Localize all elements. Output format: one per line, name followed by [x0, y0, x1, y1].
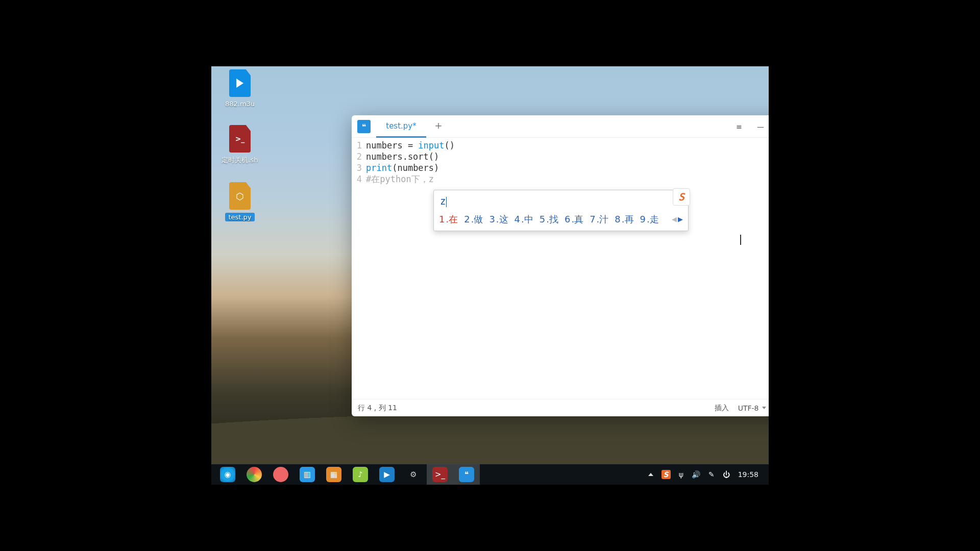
- ime-pagination: ◀ ▶: [672, 215, 683, 223]
- new-tab-button[interactable]: ＋: [426, 115, 451, 137]
- taskbar-files[interactable]: ▥: [294, 464, 321, 485]
- taskbar-terminal[interactable]: >_: [427, 464, 453, 485]
- code-editor[interactable]: 1 2 3 4 numbers = input() numbers.sort()…: [352, 138, 769, 399]
- ime-candidate[interactable]: 2.做: [464, 213, 483, 226]
- app-icon: ❝: [352, 115, 376, 137]
- ime-prev-icon: ◀: [672, 215, 677, 223]
- tab-label: test.py*: [386, 121, 416, 131]
- status-insert-mode[interactable]: 插入: [715, 404, 729, 413]
- desktop-icon-label: 定时关机.sh: [222, 156, 258, 165]
- desktop-icon-py[interactable]: test.py: [219, 182, 260, 221]
- ime-candidate[interactable]: 4.中: [514, 213, 533, 226]
- editor-window: ❝ test.py* ＋ ≡ — ▢ ✕ 1 2 3 4 numbers = i…: [352, 115, 769, 416]
- line-number: 2: [352, 151, 362, 162]
- line-number: 1: [352, 140, 362, 151]
- desktop-icon-sh[interactable]: 定时关机.sh: [219, 125, 260, 165]
- ime-candidate[interactable]: 6.真: [565, 213, 583, 226]
- shell-file-icon: [229, 125, 251, 153]
- ime-composition: z S: [434, 190, 688, 210]
- status-encoding[interactable]: UTF-8: [738, 404, 767, 412]
- system-tray: S ψ 🔊 ✎ ⏻ 19:58: [648, 470, 766, 479]
- menu-button[interactable]: ≡: [728, 115, 750, 137]
- code-content: numbers = input() numbers.sort() print(n…: [366, 140, 769, 399]
- desktop-icons: 882.m3u 定时关机.sh test.py: [219, 69, 268, 239]
- tray-clock[interactable]: 19:58: [738, 470, 758, 479]
- tray-sogou-icon[interactable]: S: [662, 470, 671, 479]
- ime-candidate[interactable]: 5.找: [540, 213, 558, 226]
- ime-popup: z S 1.在 2.做 3.这 4.中 5.找 6.真 7.汁 8.再 9.走 …: [433, 190, 689, 231]
- ime-next-icon[interactable]: ▶: [678, 215, 683, 223]
- ime-candidate[interactable]: 7.汁: [590, 213, 608, 226]
- desktop-icon-label: 882.m3u: [225, 100, 255, 108]
- taskbar-recorder[interactable]: [267, 464, 294, 485]
- tray-volume-icon[interactable]: 🔊: [692, 470, 700, 479]
- taskbar-video[interactable]: ▶: [374, 464, 400, 485]
- taskbar-settings[interactable]: ⚙: [400, 464, 427, 485]
- tray-expand-icon[interactable]: [648, 473, 653, 476]
- line-number: 4: [352, 173, 362, 185]
- statusbar: 行 4 , 列 11 插入 UTF-8 Python: [352, 399, 769, 416]
- taskbar-music[interactable]: ♪: [347, 464, 374, 485]
- ime-candidate[interactable]: 9.走: [640, 213, 659, 226]
- taskbar-store[interactable]: ▦: [321, 464, 347, 485]
- desktop-icon-m3u[interactable]: 882.m3u: [219, 69, 260, 108]
- python-file-icon: [229, 182, 251, 210]
- line-number: 3: [352, 162, 362, 173]
- tab-testpy[interactable]: test.py*: [376, 115, 426, 138]
- ime-candidate[interactable]: 8.再: [615, 213, 633, 226]
- minimize-button[interactable]: —: [750, 115, 769, 137]
- launcher-button[interactable]: ◉: [214, 464, 241, 485]
- ime-candidate[interactable]: 3.这: [489, 213, 508, 226]
- desktop-icon-label: test.py: [225, 213, 254, 221]
- taskbar-chrome[interactable]: [241, 464, 267, 485]
- ime-candidates: 1.在 2.做 3.这 4.中 5.找 6.真 7.汁 8.再 9.走 ◀ ▶: [434, 210, 688, 231]
- window-titlebar: ❝ test.py* ＋ ≡ — ▢ ✕: [352, 115, 769, 138]
- media-file-icon: [229, 69, 251, 97]
- status-position: 行 4 , 列 11: [358, 404, 397, 413]
- tray-power-icon[interactable]: ⏻: [723, 470, 730, 479]
- taskbar: ◉ ▥ ▦ ♪ ▶ ⚙ >_ ❝ S ψ 🔊 ✎ ⏻ 19:58: [211, 464, 769, 485]
- text-cursor-icon: [740, 235, 741, 245]
- ime-candidate[interactable]: 1.在: [439, 213, 458, 226]
- line-gutter: 1 2 3 4: [352, 140, 366, 399]
- sogou-ime-icon: S: [673, 188, 690, 206]
- tray-edit-icon[interactable]: ✎: [708, 470, 715, 479]
- taskbar-editor[interactable]: ❝: [453, 464, 480, 485]
- tray-usb-icon[interactable]: ψ: [679, 470, 683, 479]
